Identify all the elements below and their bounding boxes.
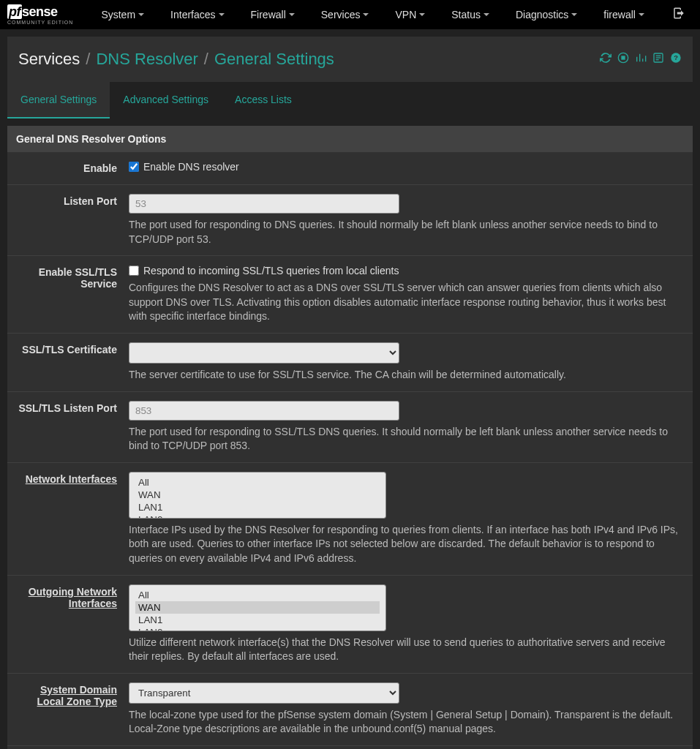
help-network-interfaces: Interface IPs used by the DNS Resolver f… xyxy=(129,523,684,566)
checkbox-enable[interactable]: Enable DNS resolver xyxy=(129,161,684,173)
zone-type-select[interactable]: Transparent xyxy=(129,682,399,704)
outgoing-interfaces-select[interactable]: All WAN LAN1 LAN2 LAN3 xyxy=(129,584,386,631)
nav-firewall-custom[interactable]: firewall xyxy=(590,1,658,28)
breadcrumb: Services / DNS Resolver / General Settin… xyxy=(18,50,334,69)
help-listen-port: The port used for responding to DNS quer… xyxy=(129,218,684,246)
cert-select[interactable] xyxy=(129,342,399,364)
network-interfaces-select[interactable]: All WAN LAN1 LAN2 LAN3 xyxy=(129,472,386,519)
stop-icon[interactable] xyxy=(617,52,629,67)
caret-icon xyxy=(219,13,225,16)
label-ssltls: Enable SSL/TLS Service xyxy=(7,262,126,327)
caret-icon xyxy=(483,13,489,16)
tab-advanced-settings[interactable]: Advanced Settings xyxy=(110,82,222,118)
logout-icon[interactable] xyxy=(665,1,693,30)
logo-edition: COMMUNITY EDITION xyxy=(7,20,73,25)
label-cert: SSL/TLS Certificate xyxy=(7,339,126,385)
checkbox-enable-input[interactable] xyxy=(129,162,139,172)
label-ssl-port: SSL/TLS Listen Port xyxy=(7,398,126,456)
tabs: General Settings Advanced Settings Acces… xyxy=(7,82,693,118)
logo-brand: sense xyxy=(22,4,58,19)
label-enable: Enable xyxy=(7,158,126,178)
nav-services[interactable]: Services xyxy=(308,1,383,28)
nav-firewall[interactable]: Firewall xyxy=(238,1,308,28)
help-ssl-port: The port used for responding to SSL/TLS … xyxy=(129,425,684,453)
tab-general-settings[interactable]: General Settings xyxy=(7,82,110,118)
caret-icon xyxy=(363,13,369,16)
label-outgoing-interfaces: Outgoing Network Interfaces xyxy=(7,581,126,667)
checkbox-enable-label: Enable DNS resolver xyxy=(143,161,239,173)
listen-port-input[interactable] xyxy=(129,194,399,214)
caret-icon xyxy=(138,13,144,16)
help-zone-type: The local-zone type used for the pfSense… xyxy=(129,708,684,737)
caret-icon xyxy=(571,13,577,16)
help-outgoing-interfaces: Utilize different network interface(s) t… xyxy=(129,636,684,664)
checkbox-ssltls-label: Respond to incoming SSL/TLS queries from… xyxy=(143,265,399,276)
help-icon[interactable]: ? xyxy=(670,52,682,67)
checkbox-ssltls-input[interactable] xyxy=(129,266,139,276)
label-network-interfaces: Network Interfaces xyxy=(7,469,126,569)
breadcrumb-services[interactable]: Services xyxy=(18,50,80,69)
breadcrumb-dns-resolver[interactable]: DNS Resolver xyxy=(96,50,197,69)
help-cert: The server certificate to use for SSL/TL… xyxy=(129,368,684,383)
panel-general: General DNS Resolver Options Enable Enab… xyxy=(7,126,693,749)
logo[interactable]: pfsense COMMUNITY EDITION xyxy=(7,4,73,25)
caret-icon xyxy=(289,13,295,16)
label-zone-type: System Domain Local Zone Type xyxy=(7,680,126,739)
svg-rect-1 xyxy=(622,56,625,59)
breadcrumb-general-settings[interactable]: General Settings xyxy=(214,50,334,69)
logo-prefix: pf xyxy=(7,4,22,19)
tab-access-lists[interactable]: Access Lists xyxy=(222,82,305,118)
checkbox-ssltls[interactable]: Respond to incoming SSL/TLS queries from… xyxy=(129,265,684,276)
breadcrumb-bar: Services / DNS Resolver / General Settin… xyxy=(7,37,693,82)
caret-icon xyxy=(419,13,425,16)
nav-items: System Interfaces Firewall Services VPN … xyxy=(88,1,658,28)
breadcrumb-sep: / xyxy=(204,50,208,69)
label-listen-port: Listen Port xyxy=(7,191,126,249)
status-icon[interactable] xyxy=(652,52,664,67)
nav-status[interactable]: Status xyxy=(438,1,503,28)
nav-system[interactable]: System xyxy=(88,1,157,28)
restart-icon[interactable] xyxy=(600,52,611,67)
nav-interfaces[interactable]: Interfaces xyxy=(157,1,237,28)
ssl-port-input[interactable] xyxy=(129,401,399,421)
nav-diagnostics[interactable]: Diagnostics xyxy=(503,1,590,28)
breadcrumb-icons: ? xyxy=(600,52,682,67)
panel-title: General DNS Resolver Options xyxy=(7,126,693,152)
logs-icon[interactable] xyxy=(635,52,647,67)
caret-icon xyxy=(639,13,644,16)
help-ssltls: Configures the DNS Resolver to act as a … xyxy=(129,281,684,324)
nav-vpn[interactable]: VPN xyxy=(382,1,438,28)
breadcrumb-sep: / xyxy=(86,50,90,69)
svg-text:?: ? xyxy=(674,54,678,61)
navbar: pfsense COMMUNITY EDITION System Interfa… xyxy=(0,0,700,29)
